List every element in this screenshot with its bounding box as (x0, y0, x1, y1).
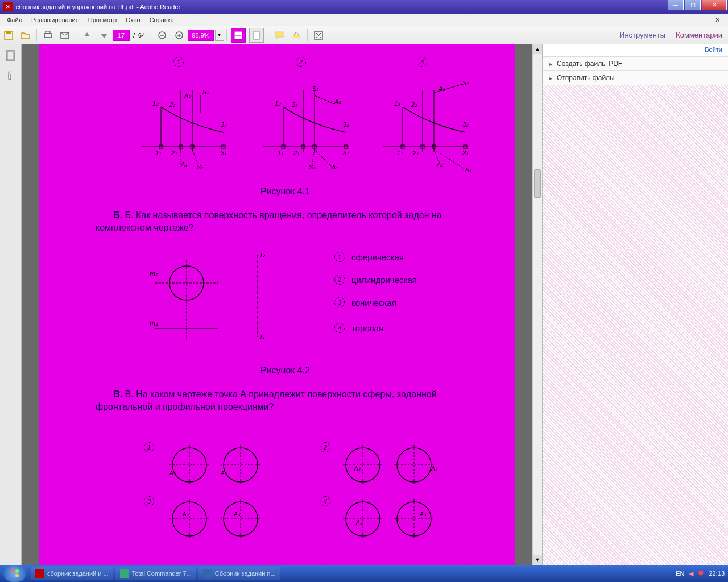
svg-text:1₁: 1₁ (397, 149, 403, 156)
svg-text:1₂: 1₂ (394, 100, 400, 107)
scrollbar-thumb[interactable] (534, 169, 541, 198)
sphere-variant-4-marker: 4 (320, 496, 330, 506)
menu-edit[interactable]: Редактирование (27, 15, 84, 25)
thumbnails-icon[interactable] (5, 50, 16, 61)
tray-antivirus-icon[interactable]: ⛊ (698, 570, 704, 577)
sphere-diagram-2: A₂A₃ (340, 442, 442, 488)
sphere-variant-1-marker: 1 (144, 442, 154, 452)
right-panel: Войти Создать файлы PDF Отправить файлы (542, 44, 728, 565)
svg-text:A₁: A₁ (436, 161, 443, 168)
svg-text:1₁: 1₁ (278, 149, 283, 156)
page-down-icon[interactable] (98, 29, 110, 41)
svg-text:A₂: A₂ (169, 470, 176, 476)
taskbar-item-word[interactable]: Сборник заданий п... (198, 567, 280, 580)
figure-4-2-caption: Рисунок 4.2 (260, 365, 310, 376)
svg-text:S₂: S₂ (312, 85, 319, 92)
sphere-diagram-1: A₂A₃ (167, 442, 269, 488)
menu-file[interactable]: Файл (2, 15, 27, 25)
svg-text:S₂: S₂ (202, 89, 209, 95)
save-icon[interactable] (2, 29, 15, 41)
figure-4-1-caption: Рисунок 4.1 (260, 186, 310, 197)
minimize-button[interactable]: ─ (668, 0, 684, 10)
fit-page-icon[interactable] (249, 28, 264, 43)
scroll-up-icon[interactable]: ▲ (533, 44, 542, 54)
email-icon[interactable] (59, 29, 71, 41)
diagram-4-1-variant-3: 1₂ 2₂ A₂ S₂ 3₂ 1₁ 2₁ 3₁ A₁ S₁ (377, 78, 474, 175)
print-icon[interactable] (42, 29, 54, 41)
variant-2-marker: 2 (296, 57, 306, 67)
svg-text:3₁: 3₁ (462, 149, 468, 156)
menu-view[interactable]: Просмотр (84, 15, 121, 25)
svg-text:A₂: A₂ (355, 519, 363, 526)
open-icon[interactable] (19, 29, 32, 41)
comment-icon[interactable] (273, 29, 286, 41)
taskbar-item-pdf[interactable]: сборник заданий и ... (31, 567, 113, 580)
zoom-in-icon[interactable] (173, 29, 185, 41)
diagram-4-2-shape: m₂ m₁ (144, 249, 258, 346)
svg-text:A₂: A₂ (354, 465, 361, 472)
diagram-4-2-axis: i₂ i₁ (243, 249, 272, 346)
menu-bar: Файл Редактирование Просмотр Окно Справк… (0, 14, 728, 26)
fullscreen-icon[interactable] (312, 29, 325, 41)
svg-rect-16 (7, 52, 13, 60)
option-4: 4торовая (334, 323, 383, 333)
menu-help[interactable]: Справка (145, 15, 179, 25)
attachments-icon[interactable] (5, 70, 16, 82)
svg-text:3₂: 3₂ (221, 121, 227, 128)
zoom-value[interactable]: 95,9% (188, 30, 213, 41)
svg-text:A₃: A₃ (419, 511, 427, 517)
svg-text:A₂: A₂ (438, 85, 445, 92)
svg-text:1₂: 1₂ (152, 100, 159, 107)
svg-text:A₃: A₃ (233, 511, 241, 517)
fit-width-icon[interactable] (231, 28, 246, 43)
create-pdf-section[interactable]: Создать файлы PDF (543, 57, 728, 71)
start-button[interactable] (3, 565, 26, 582)
toolbar: / 64 95,9% ▼ Инструменты Комментарии (0, 26, 728, 44)
tray-chevron-icon[interactable]: ◀ (689, 570, 693, 577)
svg-text:i₁: i₁ (260, 332, 265, 340)
svg-point-122 (15, 569, 19, 573)
menu-window[interactable]: Окно (121, 15, 145, 25)
window-title-bar: ✕ сборник заданий и упражнений по НГ.pdf… (0, 0, 728, 14)
variant-1-marker: 1 (173, 57, 184, 67)
comments-link[interactable]: Комментарии (676, 31, 722, 39)
tray-language[interactable]: EN (676, 570, 684, 577)
scroll-down-icon[interactable]: ▼ (533, 555, 542, 565)
send-files-section[interactable]: Отправить файлы (543, 71, 728, 85)
svg-text:2₂: 2₂ (291, 101, 298, 108)
svg-text:A₂: A₂ (184, 93, 191, 99)
page-number-input[interactable] (113, 30, 130, 41)
tools-link[interactable]: Инструменты (619, 31, 665, 39)
svg-text:3₂: 3₂ (343, 121, 349, 128)
zoom-dropdown-icon[interactable]: ▼ (215, 30, 224, 41)
page-separator: / (133, 32, 135, 39)
maximize-button[interactable]: ◻ (685, 0, 701, 10)
document-close-icon[interactable]: × (711, 14, 725, 26)
svg-text:A₁: A₁ (331, 164, 338, 171)
taskbar-item-tc[interactable]: Total Commander 7... (115, 567, 196, 580)
login-link[interactable]: Войти (705, 46, 722, 53)
highlight-icon[interactable] (290, 29, 303, 41)
diagram-4-1-variant-1: 1₂ 2₂ A₂ S₂ 3₂ 1₁ 2₁ 3₁ A₁ S₁ (135, 78, 232, 175)
svg-text:S₂: S₂ (462, 80, 469, 86)
svg-rect-13 (293, 35, 300, 38)
tray-clock[interactable]: 22:13 (709, 570, 725, 577)
svg-text:1₂: 1₂ (275, 100, 281, 107)
svg-rect-2 (44, 34, 51, 38)
page-up-icon[interactable] (81, 29, 93, 41)
taskbar: сборник заданий и ... Total Commander 7.… (0, 565, 728, 582)
svg-text:2₁: 2₁ (293, 149, 299, 156)
right-panel-body (543, 85, 728, 565)
close-button[interactable]: ✕ (702, 0, 727, 10)
document-viewport[interactable]: 1 2 3 1₂ 2₂ A₂ S₂ 3₂ 1₁ 2₁ (22, 44, 532, 565)
sphere-diagram-3: A₂A₃ (167, 496, 269, 542)
left-nav-strip (0, 44, 22, 565)
zoom-out-icon[interactable] (156, 29, 168, 41)
svg-point-121 (11, 569, 14, 573)
svg-line-42 (315, 95, 334, 104)
svg-text:2₂: 2₂ (411, 101, 417, 108)
svg-text:m₁: m₁ (150, 319, 158, 327)
svg-line-58 (315, 149, 332, 167)
sphere-diagram-4: A₂A₃ (340, 496, 442, 542)
vertical-scrollbar[interactable]: ▲ ▼ (532, 44, 542, 565)
